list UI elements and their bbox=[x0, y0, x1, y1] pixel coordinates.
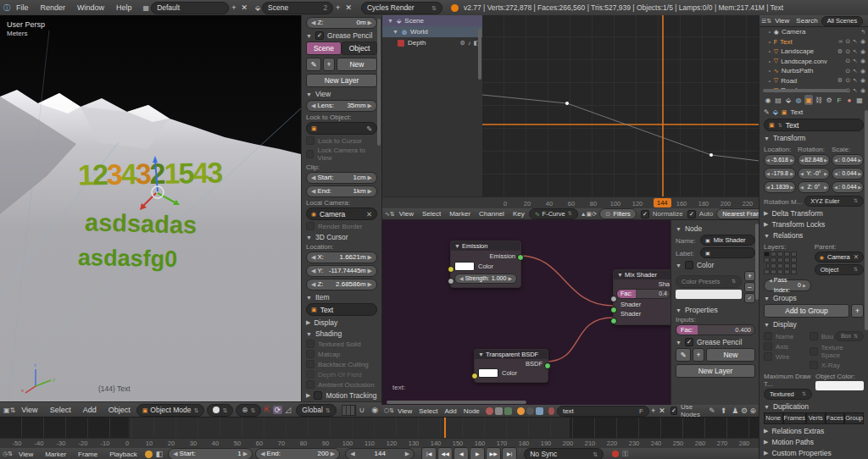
view-section[interactable]: ▼View bbox=[306, 90, 377, 98]
layers-grid-block[interactable] bbox=[764, 252, 797, 274]
outliner-item-nurbspath[interactable]: ∘∿ NurbsPath ⊙↖◉ bbox=[760, 66, 868, 76]
render-icon[interactable]: ◉ bbox=[860, 68, 865, 75]
menu-render[interactable]: Render bbox=[35, 3, 72, 12]
parent-field[interactable]: ◉Camera ✕ bbox=[815, 252, 864, 263]
node-gp-new-button[interactable]: New bbox=[706, 348, 755, 362]
world-slot-icon[interactable] bbox=[526, 407, 534, 415]
start-frame-field[interactable]: ◀Start: 1▶ bbox=[168, 448, 253, 459]
emission-color-swatch[interactable] bbox=[454, 262, 475, 271]
outliner-menu-search[interactable]: Search bbox=[793, 17, 821, 25]
eye-icon[interactable]: ⊙ bbox=[845, 77, 850, 84]
prev-keyframe-button[interactable]: ◀◀ bbox=[437, 447, 453, 459]
graph-canvas[interactable] bbox=[482, 15, 760, 196]
pivot-selector[interactable]: ⊕⇅ bbox=[236, 404, 261, 417]
eye-icon[interactable]: ⊙ bbox=[845, 68, 850, 75]
dup-none-tab[interactable]: None bbox=[764, 412, 783, 424]
outliner-item-camera[interactable]: ∘◉ Camera ↰ bbox=[760, 27, 868, 37]
groups-section[interactable]: ▼Groups bbox=[764, 294, 864, 302]
gp-object-tab[interactable]: Object bbox=[342, 41, 377, 55]
loc-y-field[interactable]: ◀-179.8▶ bbox=[764, 168, 796, 180]
cursor-x-field[interactable]: ◀X: 1.6621m▶ bbox=[306, 252, 377, 263]
node-name-field[interactable]: ▣Mix Shader bbox=[700, 235, 755, 246]
tab-object-icon[interactable]: ▣ bbox=[804, 95, 813, 105]
info-editor-icon[interactable]: ⓘ bbox=[3, 3, 10, 13]
clear-camera-icon[interactable]: ✕ bbox=[366, 210, 372, 218]
lock-camera-checkbox[interactable]: Lock Camera to View bbox=[306, 147, 377, 162]
keying-set-icon[interactable]: ⚿ bbox=[619, 450, 632, 459]
node-grease-pencil-section[interactable]: ▼✓Grease Pencil bbox=[676, 338, 755, 346]
node-editor[interactable]: ▼ Emission Emission Color ◀Strength: 1.0… bbox=[381, 219, 760, 406]
node-snap-icon[interactable]: ✎ bbox=[706, 406, 718, 415]
viewport-layers-grid[interactable] bbox=[342, 405, 356, 416]
play-button[interactable]: ▶ bbox=[470, 447, 485, 459]
range-lock-icon[interactable]: ◧ bbox=[154, 450, 165, 458]
display-texspace-checkbox[interactable]: Texture Space bbox=[810, 344, 864, 359]
current-frame-field[interactable]: ◀144▶ bbox=[345, 448, 415, 459]
render-border-checkbox[interactable]: Render Border bbox=[306, 222, 377, 230]
jump-start-button[interactable]: |◀ bbox=[421, 447, 437, 459]
new-group-button[interactable]: + bbox=[851, 304, 864, 318]
lamp-type-icon[interactable] bbox=[504, 407, 512, 415]
graph-mode-selector[interactable]: ∿ F-Curve⇅ bbox=[529, 208, 578, 219]
outliner-item-road[interactable]: ∘▽ Road ⚙⊙↖◉ bbox=[760, 76, 868, 86]
preset-add-button[interactable]: + bbox=[744, 271, 755, 281]
textured-solid-checkbox[interactable]: Textured Solid bbox=[306, 340, 377, 348]
node-color-section[interactable]: ▼Color bbox=[676, 261, 755, 269]
scale-y-field[interactable]: ◀: 0.044▶ bbox=[832, 168, 864, 180]
custom-properties-section[interactable]: ▶Custom Properties bbox=[764, 449, 864, 457]
scene-selector[interactable]: Scene 2 bbox=[262, 2, 333, 14]
select-icon[interactable]: ↖ bbox=[853, 48, 858, 55]
pin-icon[interactable]: ✎ bbox=[764, 108, 770, 116]
lock-to-cursor-checkbox[interactable]: Lock to Cursor bbox=[306, 136, 377, 145]
select-icon[interactable]: ↖ bbox=[853, 68, 858, 75]
lens-field[interactable]: ◀Lens: 35mm▶ bbox=[306, 100, 377, 112]
dup-frames-tab[interactable]: Frames bbox=[783, 412, 806, 424]
tab-render-layers-icon[interactable]: ▤ bbox=[774, 95, 782, 105]
node-menu-node[interactable]: Node bbox=[460, 407, 483, 415]
gp-new-button[interactable]: New bbox=[337, 58, 377, 71]
rot-z-field[interactable]: ◀Z: 0°▶ bbox=[798, 181, 830, 193]
dup-group-tab[interactable]: Group bbox=[844, 412, 864, 424]
eye-icon[interactable]: ⊙ bbox=[845, 58, 850, 64]
layers-grid[interactable] bbox=[764, 252, 811, 274]
relations-extras-section[interactable]: ▶Relations Extras bbox=[764, 427, 864, 435]
tl-menu-marker[interactable]: Marker bbox=[39, 451, 72, 458]
3d-viewport[interactable]: 1234321543 asdsadas asdasfg0 User Persp … bbox=[0, 15, 301, 401]
timeline-editor-type-icon[interactable]: ◷⇅ bbox=[3, 451, 13, 457]
vp-menu-select[interactable]: Select bbox=[44, 406, 77, 414]
graph-cursor-tools-icons[interactable]: ▲▣⟳ bbox=[578, 211, 599, 218]
tab-material-icon[interactable]: ● bbox=[845, 95, 854, 105]
manipulator-translate-icon[interactable]: ⇱ bbox=[261, 406, 273, 414]
graph-editor-type-icon[interactable]: ∿⇅ bbox=[385, 211, 395, 218]
material-add-button[interactable]: + bbox=[649, 406, 657, 415]
manipulator-rotate-icon[interactable]: ⟳ bbox=[273, 406, 283, 414]
menu-window[interactable]: Window bbox=[71, 3, 110, 12]
mute-icon[interactable]: ♪ bbox=[468, 40, 471, 47]
graph-filters-button[interactable]: ⊙Filters bbox=[599, 208, 637, 219]
scale-x-field[interactable]: ◀: 0.044▶ bbox=[832, 154, 864, 166]
tl-menu-frame[interactable]: Frame bbox=[72, 451, 103, 458]
graph-menu-view[interactable]: View bbox=[395, 210, 418, 218]
graph-menu-select[interactable]: Select bbox=[418, 210, 445, 218]
matcap-checkbox[interactable]: Matcap bbox=[306, 350, 377, 358]
object-color-swatch[interactable] bbox=[815, 381, 864, 390]
select-icon[interactable]: ↖ bbox=[853, 77, 858, 84]
transform-section[interactable]: ▼Transform bbox=[764, 134, 864, 142]
transform-locks-section[interactable]: ▶Transform Locks bbox=[764, 220, 864, 229]
menu-file[interactable]: File bbox=[10, 3, 35, 12]
display-axis-checkbox[interactable]: Axis bbox=[764, 342, 808, 351]
render-icon[interactable]: ◉ bbox=[860, 48, 865, 55]
preset-remove-button[interactable]: − bbox=[744, 282, 755, 292]
node-gp-add-button[interactable]: + bbox=[693, 348, 704, 362]
channel-scene[interactable]: ▼⬙ Scene bbox=[382, 15, 482, 26]
mix-fac-socket[interactable] bbox=[610, 296, 617, 302]
render-engine-selector[interactable]: Cycles Render ⇅ bbox=[361, 2, 442, 14]
render-icon[interactable]: ◉ bbox=[860, 87, 865, 93]
tab-texture-icon[interactable]: ▦ bbox=[855, 95, 864, 105]
backface-culling-checkbox[interactable]: Backface Culling bbox=[306, 360, 377, 368]
node-gp-new-layer-button[interactable]: New Layer bbox=[676, 364, 755, 378]
tab-scene-icon[interactable]: ⬙ bbox=[784, 95, 793, 105]
display-wire-checkbox[interactable]: Wire bbox=[764, 352, 808, 361]
pass-index-field[interactable]: ◀Pass Index: 0▶ bbox=[764, 279, 811, 291]
tab-world-icon[interactable]: ◍ bbox=[794, 95, 803, 105]
